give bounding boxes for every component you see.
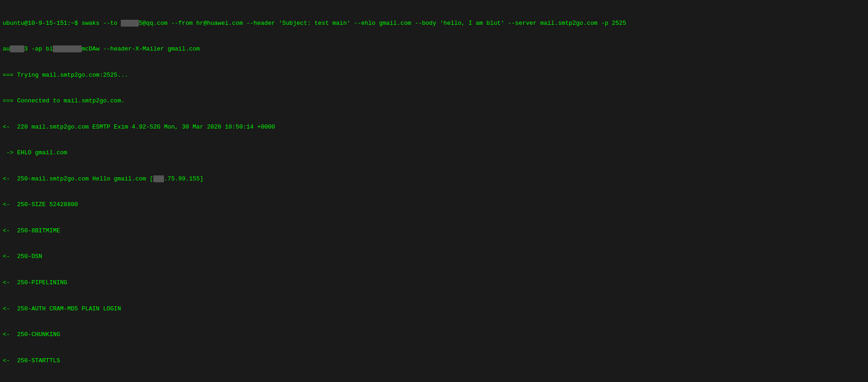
output-ehlo: -> EHLO gmail.com <box>3 149 865 157</box>
output-250-auth: <- 250-AUTH CRAM-MD5 PLAIN LOGIN <box>3 305 865 314</box>
command-line-1: ubuntu@10-9-15-151:~$ swaks --to █████5@… <box>3 19 865 28</box>
output-250-dsn: <- 250-DSN <box>3 253 865 261</box>
terminal-window: ubuntu@10-9-15-151:~$ swaks --to █████5@… <box>0 0 868 382</box>
command-line-2: au████3 -ap bl████████mcDAw --header-X-M… <box>3 45 865 54</box>
output-250-starttls: <- 250-STARTTLS <box>3 357 865 365</box>
output-250-chunk: <- 250-CHUNKING <box>3 331 865 339</box>
output-250-hello: <- 250-mail.smtp2go.com Hello gmail.com … <box>3 175 865 184</box>
output-connected: === Connected to mail.smtp2go.com. <box>3 97 865 106</box>
output-250-pipeline: <- 250-PIPELINING <box>3 279 865 287</box>
output-250-8bit: <- 250-8BITMIME <box>3 227 865 236</box>
output-250-size: <- 250-SIZE 52428800 <box>3 201 865 209</box>
output-trying: === Trying mail.smtp2go.com:2525... <box>3 71 865 80</box>
output-220: <- 220 mail.smtp2go.com ESMTP Exim 4.92-… <box>3 123 865 132</box>
